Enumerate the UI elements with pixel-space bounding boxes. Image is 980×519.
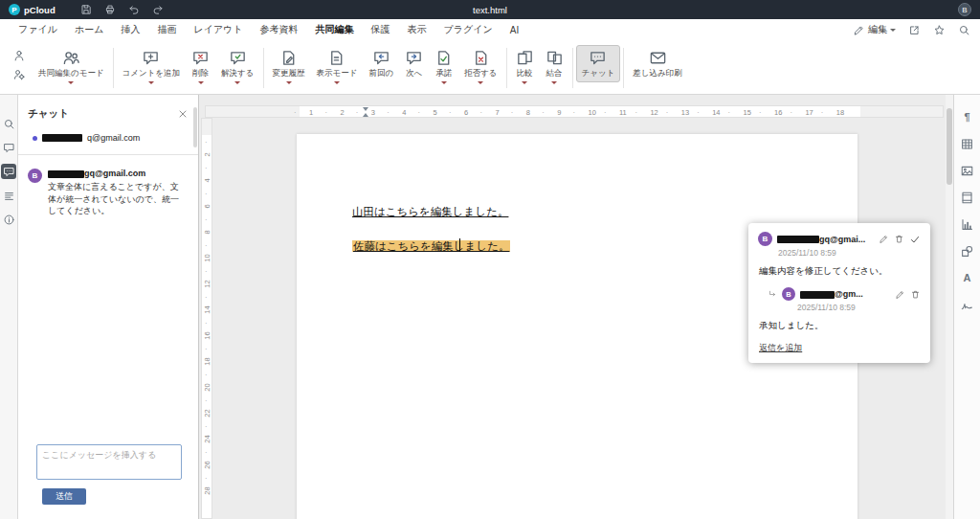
avatar: B xyxy=(782,287,795,301)
compare-icon xyxy=(516,49,534,67)
add-reply-link[interactable]: 返信を追加 xyxy=(759,342,802,354)
delete-reply-icon[interactable] xyxy=(910,289,921,300)
sidebar-about-icon[interactable] xyxy=(1,212,16,227)
online-user-email: q@gmail.com xyxy=(87,133,140,143)
chevron-down-icon xyxy=(68,81,74,84)
next-change-icon xyxy=(405,49,423,67)
textart-settings-icon[interactable]: A xyxy=(960,271,974,285)
track-changes-button[interactable]: 変更履歴 xyxy=(267,45,311,87)
comment-text: 編集内容を修正してください。 xyxy=(759,265,921,278)
redacted-text xyxy=(777,236,819,243)
highlighted-text[interactable]: 佐藤はこちらを編集しました。 xyxy=(352,240,510,252)
resolve-comment-button[interactable]: 解決する xyxy=(215,45,259,87)
comment-popup: B gq@gmai... 2025/11/10 8:59 編集内容を修正してくだ… xyxy=(748,223,930,363)
user-avatar[interactable]: B xyxy=(958,3,971,16)
tab-view[interactable]: 表示 xyxy=(399,19,435,40)
search-icon[interactable] xyxy=(958,24,970,36)
avatar: B xyxy=(28,169,42,183)
display-mode-button[interactable]: 表示モード xyxy=(311,45,364,87)
reject-change-button[interactable]: 拒否する xyxy=(458,45,502,87)
scrollbar-thumb[interactable] xyxy=(947,108,952,185)
combine-button[interactable]: 結合 xyxy=(540,45,569,87)
print-icon[interactable] xyxy=(104,4,116,15)
sidebar-comments-icon[interactable] xyxy=(1,140,16,155)
display-mode-icon xyxy=(327,49,345,67)
tab-plugins[interactable]: プラグイン xyxy=(435,19,501,40)
chat-panel-scrollbar[interactable] xyxy=(193,107,197,147)
shape-settings-icon[interactable] xyxy=(960,244,974,259)
previous-change-icon xyxy=(372,49,390,67)
next-change-button[interactable]: 次へ xyxy=(399,45,429,82)
tab-draw[interactable]: 描画 xyxy=(148,19,185,40)
send-button[interactable]: 送信 xyxy=(42,488,86,505)
tab-references[interactable]: 参考資料 xyxy=(252,19,307,40)
left-toolbar xyxy=(0,95,18,519)
ribbon-divider xyxy=(113,48,114,88)
reply-timestamp: 2025/11/10 8:59 xyxy=(797,303,921,312)
tab-ai[interactable]: AI xyxy=(501,19,527,40)
coedit-settings-icon[interactable] xyxy=(12,68,26,81)
comment-add-icon xyxy=(142,49,160,67)
sidebar-navigation-icon[interactable] xyxy=(1,188,16,203)
v-ruler[interactable]: 2·4·6·8·10·12·14·16·18·20·22·24·26·28· xyxy=(201,118,212,519)
close-icon[interactable] xyxy=(177,108,189,120)
chat-panel-title: チャット xyxy=(28,107,69,121)
document-text-line[interactable]: 山田はこちらを編集しました。 xyxy=(352,205,508,219)
comment-timestamp: 2025/11/10 8:59 xyxy=(778,248,921,258)
paragraph-settings-icon[interactable]: ¶ xyxy=(960,110,974,124)
add-comment-button[interactable]: コメントを追加 xyxy=(117,45,187,87)
chat-message-text: 文章全体に言えることですが、文体が統一されていないので、統一してください。 xyxy=(48,181,180,217)
chevron-down-icon xyxy=(286,81,292,84)
edit-reply-icon[interactable] xyxy=(895,289,905,300)
redacted-text xyxy=(800,291,835,299)
chevron-down-icon xyxy=(551,81,557,84)
redacted-text xyxy=(42,134,82,142)
chat-icon xyxy=(589,49,607,67)
user-presence-dot xyxy=(33,136,37,141)
tab-collaboration[interactable]: 共同編集 xyxy=(307,19,363,40)
comment-resolve-icon xyxy=(229,49,247,67)
mail-merge-button[interactable]: 差し込み印刷 xyxy=(627,45,687,82)
pcloud-logo-icon: P xyxy=(9,4,20,15)
ribbon-divider xyxy=(506,48,507,88)
edit-mode-selector[interactable]: 編集 xyxy=(853,23,896,36)
tab-layout[interactable]: レイアウト xyxy=(185,19,251,40)
compare-button[interactable]: 比較 xyxy=(510,45,540,87)
sidebar-chat-icon[interactable] xyxy=(1,164,16,179)
reply-author: @gm... xyxy=(800,289,863,299)
table-settings-icon[interactable] xyxy=(960,137,974,151)
image-settings-icon[interactable] xyxy=(960,164,974,178)
indent-marker[interactable] xyxy=(363,107,368,117)
undo-icon[interactable] xyxy=(128,4,140,15)
sidebar-search-icon[interactable] xyxy=(1,116,16,131)
accept-change-button[interactable]: 承諾 xyxy=(429,45,458,87)
previous-change-button[interactable]: 前回の xyxy=(363,45,399,82)
remove-comment-button[interactable]: 削除 xyxy=(186,45,215,87)
document-scrollbar[interactable] xyxy=(946,95,953,519)
h-ruler[interactable]: 1·2·3·4·5·6·7·8·9·10·11·12·13·14·15·16·1… xyxy=(205,105,944,118)
chart-settings-icon[interactable] xyxy=(960,217,974,232)
chat-button[interactable]: チャット xyxy=(576,45,621,82)
chevron-down-icon xyxy=(441,81,447,84)
mail-merge-icon xyxy=(649,49,667,67)
signature-settings-icon[interactable] xyxy=(960,298,974,312)
redo-icon[interactable] xyxy=(152,4,164,15)
tab-file[interactable]: ファイル xyxy=(10,19,66,40)
edit-pencil-icon xyxy=(853,24,865,36)
coedit-mode-button[interactable]: 共同編集のモード xyxy=(33,45,110,87)
favorite-star-icon[interactable] xyxy=(933,24,946,36)
chat-message-input[interactable] xyxy=(36,444,182,480)
resolve-comment-check-icon[interactable] xyxy=(909,234,921,245)
coedit-user-icon[interactable] xyxy=(12,49,26,62)
document-filename: text.html xyxy=(473,5,507,15)
tab-protection[interactable]: 保護 xyxy=(363,19,399,40)
header-footer-settings-icon[interactable] xyxy=(960,191,974,205)
share-icon[interactable] xyxy=(908,24,921,36)
tab-insert[interactable]: 挿入 xyxy=(112,19,148,40)
document-text-line[interactable]: 佐藤はこちらを編集しました。 xyxy=(352,239,510,254)
edit-comment-icon[interactable] xyxy=(879,234,889,244)
save-icon[interactable] xyxy=(80,4,92,15)
delete-comment-icon[interactable] xyxy=(894,234,904,244)
redacted-text xyxy=(48,170,84,178)
tab-home[interactable]: ホーム xyxy=(66,19,112,40)
